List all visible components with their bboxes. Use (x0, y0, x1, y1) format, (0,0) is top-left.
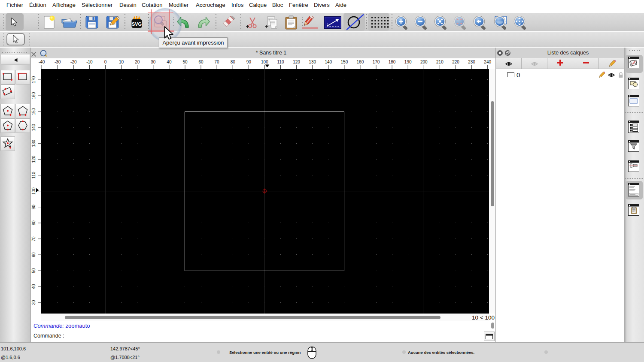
svg-text:10: 10 (119, 60, 124, 64)
svg-text:-40: -40 (39, 60, 45, 64)
svg-text:-30: -30 (55, 60, 61, 64)
svg-text:140: 140 (325, 60, 332, 64)
svg-text:130: 130 (309, 60, 316, 64)
svg-text:210: 210 (436, 60, 444, 64)
svg-text:70: 70 (31, 236, 36, 241)
svg-text:120: 120 (31, 156, 36, 163)
svg-text:200: 200 (420, 60, 428, 64)
svg-text:SVG: SVG (132, 21, 142, 27)
svg-text:80: 80 (231, 60, 236, 64)
svg-text:50: 50 (182, 60, 188, 64)
svg-text:100: 100 (261, 60, 268, 64)
svg-text:80: 80 (31, 220, 36, 226)
svg-text:190: 190 (404, 60, 412, 64)
svg-text:110: 110 (277, 60, 284, 64)
svg-text:100: 100 (31, 187, 36, 195)
svg-text:40: 40 (167, 60, 172, 64)
svg-text:60: 60 (31, 252, 36, 257)
svg-text:60: 60 (198, 60, 204, 64)
svg-text:110: 110 (31, 172, 36, 178)
svg-text:70: 70 (215, 60, 220, 64)
svg-text:-10: -10 (86, 60, 93, 64)
svg-text:30: 30 (151, 60, 156, 64)
svg-text:160: 160 (31, 92, 36, 99)
svg-text:0: 0 (104, 60, 107, 64)
svg-text:90: 90 (31, 205, 36, 210)
svg-text:40: 40 (31, 284, 36, 289)
svg-text:170: 170 (373, 60, 380, 64)
svg-text:220: 220 (452, 60, 459, 64)
svg-text:90: 90 (246, 60, 252, 64)
svg-text:150: 150 (31, 108, 36, 115)
svg-text:130: 130 (31, 140, 36, 147)
svg-text:240: 240 (484, 60, 491, 64)
svg-text:230: 230 (468, 60, 475, 64)
svg-text:170: 170 (31, 76, 36, 83)
svg-text:160: 160 (357, 60, 364, 64)
svg-text:-20: -20 (70, 60, 77, 64)
svg-text:150: 150 (341, 60, 348, 64)
svg-text:20: 20 (135, 60, 140, 64)
svg-text:140: 140 (31, 124, 36, 131)
svg-text:180: 180 (389, 60, 396, 64)
svg-text:50: 50 (31, 268, 36, 273)
svg-text:30: 30 (31, 300, 36, 305)
svg-text:10 < 100: 10 < 100 (472, 314, 495, 321)
svg-text:120: 120 (293, 60, 300, 64)
